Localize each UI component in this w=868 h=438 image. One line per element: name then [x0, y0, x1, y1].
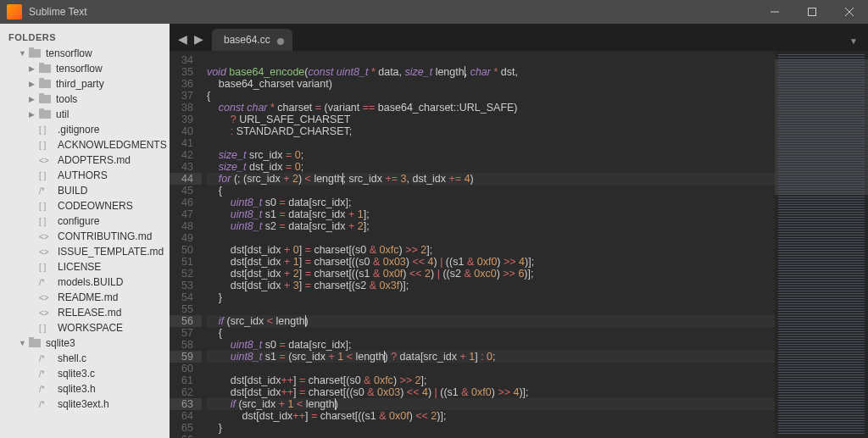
code-line[interactable]: uint8_t s1 = (src_idx + 1 < length) ? da…: [207, 351, 775, 363]
line-number[interactable]: 64: [181, 410, 193, 422]
tab-base64[interactable]: base64.cc: [212, 29, 292, 51]
line-number[interactable]: 39: [181, 114, 193, 125]
minimap[interactable]: [775, 51, 868, 438]
code-line[interactable]: {: [207, 185, 775, 197]
code-line[interactable]: }: [207, 291, 775, 303]
line-number[interactable]: 63: [170, 398, 202, 410]
code-line[interactable]: uint8_t s1 = data[src_idx + 1];: [207, 208, 775, 220]
line-number[interactable]: 51: [181, 256, 193, 268]
file-item[interactable]: [ ]AUTHORS: [0, 168, 170, 183]
code-line[interactable]: [207, 137, 775, 149]
line-number[interactable]: 61: [181, 374, 193, 386]
line-number[interactable]: 62: [181, 386, 193, 398]
file-item[interactable]: [ ]CODEOWNERS: [0, 198, 170, 213]
code-line[interactable]: dst[dst_idx + 3] = charset[(s2 & 0x3f)];: [207, 280, 775, 291]
code-line[interactable]: size_t src_idx = 0;: [207, 149, 775, 161]
code-line[interactable]: void base64_encode(const uint8_t * data,…: [207, 66, 775, 78]
line-number[interactable]: 60: [181, 363, 193, 374]
folder-item[interactable]: ▶tools: [0, 91, 170, 107]
line-number[interactable]: 56: [170, 315, 202, 327]
code-line[interactable]: if (src_idx < length): [207, 315, 775, 327]
maximize-button[interactable]: [793, 0, 831, 24]
code-line[interactable]: [207, 363, 775, 374]
folder-item[interactable]: ▶util: [0, 107, 170, 122]
code-line[interactable]: : STANDARD_CHARSET;: [207, 125, 775, 137]
code-line[interactable]: const char * charset = (variant == base6…: [207, 102, 775, 114]
code-line[interactable]: ? URL_SAFE_CHARSET: [207, 114, 775, 125]
line-number[interactable]: 44: [170, 173, 202, 185]
code-line[interactable]: [207, 303, 775, 315]
file-item[interactable]: <>README.md: [0, 290, 170, 305]
code-line[interactable]: [207, 54, 775, 66]
code-line[interactable]: dst[dst_idx++] = charset[((s1 & 0x0f) <<…: [207, 410, 775, 422]
line-number[interactable]: 45: [181, 185, 193, 197]
disclosure-icon[interactable]: ▼: [19, 339, 29, 347]
folder-item[interactable]: ▼tensorflow: [0, 46, 170, 61]
code-line[interactable]: base64_charset variant): [207, 78, 775, 90]
disclosure-icon[interactable]: ▶: [29, 64, 39, 73]
file-item[interactable]: /*sqlite3.h: [0, 381, 170, 396]
file-item[interactable]: /*models.BUILD: [0, 274, 170, 290]
line-number[interactable]: 66: [181, 434, 193, 438]
line-number[interactable]: 34: [181, 54, 193, 66]
minimize-button[interactable]: [756, 0, 793, 24]
code-line[interactable]: {: [207, 90, 775, 102]
line-number[interactable]: 37: [181, 90, 193, 102]
line-number[interactable]: 49: [181, 232, 193, 244]
file-item[interactable]: /*shell.c: [0, 351, 170, 366]
nav-forward-icon[interactable]: ▶: [191, 32, 207, 46]
code-line[interactable]: [207, 434, 775, 438]
line-number[interactable]: 47: [181, 208, 193, 220]
folder-item[interactable]: ▶tensorflow: [0, 61, 170, 76]
line-number[interactable]: 53: [181, 280, 193, 291]
code-line[interactable]: uint8_t s2 = data[src_idx + 2];: [207, 220, 775, 232]
line-number[interactable]: 38: [181, 102, 193, 114]
disclosure-icon[interactable]: ▶: [29, 95, 39, 103]
code-line[interactable]: dst[dst_idx + 1] = charset[((s0 & 0x03) …: [207, 256, 775, 268]
file-item[interactable]: /*BUILD: [0, 183, 170, 198]
file-item[interactable]: <>CONTRIBUTING.md: [0, 229, 170, 244]
line-number[interactable]: 57: [181, 327, 193, 339]
file-item[interactable]: [ ].gitignore: [0, 122, 170, 137]
file-item[interactable]: /*sqlite3.c: [0, 366, 170, 381]
code-line[interactable]: for (; (src_idx + 2) < length; src_idx +…: [207, 173, 775, 185]
file-item[interactable]: /*sqlite3ext.h: [0, 396, 170, 412]
tab-menu-icon[interactable]: ▼: [849, 36, 868, 51]
nav-back-icon[interactable]: ◀: [175, 32, 191, 46]
line-number[interactable]: 50: [181, 244, 193, 256]
code-line[interactable]: if (src_idx + 1 < length): [207, 398, 775, 410]
line-number[interactable]: 40: [181, 125, 193, 137]
line-number[interactable]: 36: [181, 78, 193, 90]
code-line[interactable]: uint8_t s0 = data[src_idx];: [207, 339, 775, 351]
code-line[interactable]: dst[dst_idx++] = charset[((s0 & 0x03) <<…: [207, 386, 775, 398]
line-number[interactable]: 46: [181, 197, 193, 208]
code-area[interactable]: void base64_encode(const uint8_t * data,…: [202, 51, 775, 438]
file-item[interactable]: [ ]LICENSE: [0, 259, 170, 274]
code-line[interactable]: size_t dst_idx = 0;: [207, 161, 775, 173]
code-line[interactable]: dst[dst_idx + 2] = charset[((s1 & 0x0f) …: [207, 268, 775, 280]
line-gutter[interactable]: 3435363738394041424344454647484950515253…: [170, 51, 202, 438]
disclosure-icon[interactable]: ▶: [29, 80, 39, 88]
code-line[interactable]: dst[dst_idx + 0] = charset[(s0 & 0xfc) >…: [207, 244, 775, 256]
line-number[interactable]: 43: [181, 161, 193, 173]
sidebar[interactable]: FOLDERS ▼tensorflow▶tensorflow▶third_par…: [0, 24, 170, 438]
line-number[interactable]: 48: [181, 220, 193, 232]
code-line[interactable]: }: [207, 422, 775, 434]
disclosure-icon[interactable]: ▶: [29, 110, 39, 119]
code-line[interactable]: [207, 232, 775, 244]
file-item[interactable]: [ ]configure: [0, 213, 170, 229]
file-item[interactable]: [ ]WORKSPACE: [0, 320, 170, 335]
line-number[interactable]: 65: [181, 422, 193, 434]
file-item[interactable]: <>ISSUE_TEMPLATE.md: [0, 244, 170, 259]
folder-item[interactable]: ▼sqlite3: [0, 335, 170, 351]
disclosure-icon[interactable]: ▼: [19, 49, 29, 58]
line-number[interactable]: 55: [181, 303, 193, 315]
code-line[interactable]: {: [207, 327, 775, 339]
line-number[interactable]: 35: [181, 66, 193, 78]
folder-item[interactable]: ▶third_party: [0, 76, 170, 91]
line-number[interactable]: 59: [170, 351, 202, 363]
line-number[interactable]: 54: [181, 291, 193, 303]
line-number[interactable]: 58: [181, 339, 193, 351]
code-line[interactable]: dst[dst_idx++] = charset[(s0 & 0xfc) >> …: [207, 374, 775, 386]
file-item[interactable]: [ ]ACKNOWLEDGMENTS: [0, 137, 170, 152]
